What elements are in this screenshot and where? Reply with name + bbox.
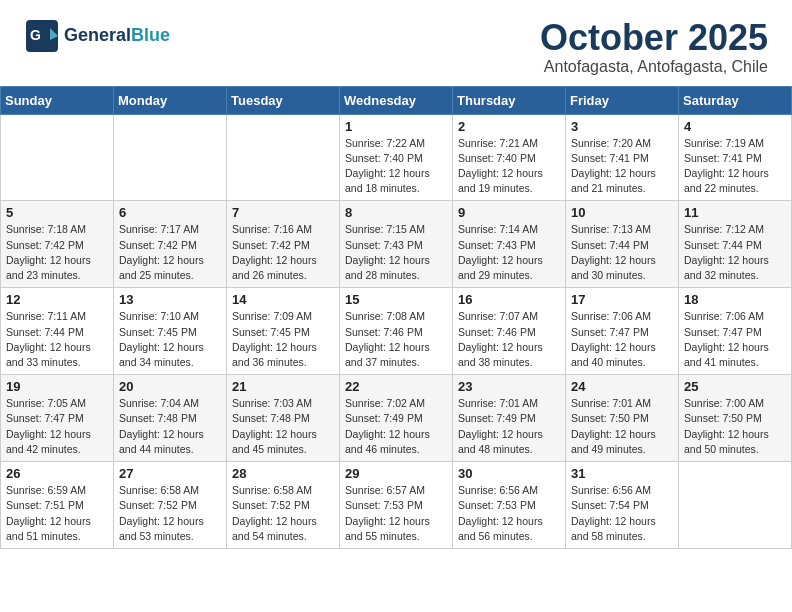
weekday-header-wednesday: Wednesday [340, 86, 453, 114]
logo: G GeneralBlue [24, 18, 170, 54]
calendar-week-row: 19Sunrise: 7:05 AMSunset: 7:47 PMDayligh… [1, 375, 792, 462]
calendar-cell: 4Sunrise: 7:19 AMSunset: 7:41 PMDaylight… [679, 114, 792, 201]
weekday-header-thursday: Thursday [453, 86, 566, 114]
calendar-cell: 1Sunrise: 7:22 AMSunset: 7:40 PMDaylight… [340, 114, 453, 201]
day-number: 20 [119, 379, 221, 394]
day-info: Sunrise: 7:02 AMSunset: 7:49 PMDaylight:… [345, 396, 447, 457]
day-number: 6 [119, 205, 221, 220]
calendar-week-row: 1Sunrise: 7:22 AMSunset: 7:40 PMDaylight… [1, 114, 792, 201]
day-info: Sunrise: 7:21 AMSunset: 7:40 PMDaylight:… [458, 136, 560, 197]
calendar-cell: 15Sunrise: 7:08 AMSunset: 7:46 PMDayligh… [340, 288, 453, 375]
calendar-week-row: 5Sunrise: 7:18 AMSunset: 7:42 PMDaylight… [1, 201, 792, 288]
day-info: Sunrise: 7:14 AMSunset: 7:43 PMDaylight:… [458, 222, 560, 283]
calendar-cell: 9Sunrise: 7:14 AMSunset: 7:43 PMDaylight… [453, 201, 566, 288]
day-number: 23 [458, 379, 560, 394]
day-info: Sunrise: 6:59 AMSunset: 7:51 PMDaylight:… [6, 483, 108, 544]
calendar-cell: 31Sunrise: 6:56 AMSunset: 7:54 PMDayligh… [566, 462, 679, 549]
day-info: Sunrise: 7:05 AMSunset: 7:47 PMDaylight:… [6, 396, 108, 457]
day-number: 12 [6, 292, 108, 307]
calendar-cell: 23Sunrise: 7:01 AMSunset: 7:49 PMDayligh… [453, 375, 566, 462]
weekday-header-monday: Monday [114, 86, 227, 114]
month-title: October 2025 [540, 18, 768, 58]
day-info: Sunrise: 7:16 AMSunset: 7:42 PMDaylight:… [232, 222, 334, 283]
location-title: Antofagasta, Antofagasta, Chile [540, 58, 768, 76]
day-info: Sunrise: 7:09 AMSunset: 7:45 PMDaylight:… [232, 309, 334, 370]
day-number: 15 [345, 292, 447, 307]
day-number: 19 [6, 379, 108, 394]
calendar-cell: 30Sunrise: 6:56 AMSunset: 7:53 PMDayligh… [453, 462, 566, 549]
day-info: Sunrise: 7:06 AMSunset: 7:47 PMDaylight:… [571, 309, 673, 370]
svg-text:G: G [30, 27, 41, 43]
weekday-header-friday: Friday [566, 86, 679, 114]
day-info: Sunrise: 7:00 AMSunset: 7:50 PMDaylight:… [684, 396, 786, 457]
day-info: Sunrise: 7:13 AMSunset: 7:44 PMDaylight:… [571, 222, 673, 283]
day-number: 4 [684, 119, 786, 134]
calendar-cell: 16Sunrise: 7:07 AMSunset: 7:46 PMDayligh… [453, 288, 566, 375]
day-info: Sunrise: 7:03 AMSunset: 7:48 PMDaylight:… [232, 396, 334, 457]
day-info: Sunrise: 7:04 AMSunset: 7:48 PMDaylight:… [119, 396, 221, 457]
day-number: 2 [458, 119, 560, 134]
calendar-cell: 8Sunrise: 7:15 AMSunset: 7:43 PMDaylight… [340, 201, 453, 288]
day-number: 17 [571, 292, 673, 307]
calendar-cell: 24Sunrise: 7:01 AMSunset: 7:50 PMDayligh… [566, 375, 679, 462]
day-info: Sunrise: 7:11 AMSunset: 7:44 PMDaylight:… [6, 309, 108, 370]
day-info: Sunrise: 6:57 AMSunset: 7:53 PMDaylight:… [345, 483, 447, 544]
calendar-cell: 2Sunrise: 7:21 AMSunset: 7:40 PMDaylight… [453, 114, 566, 201]
calendar-cell: 10Sunrise: 7:13 AMSunset: 7:44 PMDayligh… [566, 201, 679, 288]
day-number: 7 [232, 205, 334, 220]
day-number: 24 [571, 379, 673, 394]
day-number: 14 [232, 292, 334, 307]
day-info: Sunrise: 6:58 AMSunset: 7:52 PMDaylight:… [119, 483, 221, 544]
weekday-header-sunday: Sunday [1, 86, 114, 114]
calendar-cell: 20Sunrise: 7:04 AMSunset: 7:48 PMDayligh… [114, 375, 227, 462]
calendar-cell: 14Sunrise: 7:09 AMSunset: 7:45 PMDayligh… [227, 288, 340, 375]
calendar-week-row: 12Sunrise: 7:11 AMSunset: 7:44 PMDayligh… [1, 288, 792, 375]
day-info: Sunrise: 7:10 AMSunset: 7:45 PMDaylight:… [119, 309, 221, 370]
header: G GeneralBlue October 2025 Antofagasta, … [0, 0, 792, 86]
calendar-cell: 7Sunrise: 7:16 AMSunset: 7:42 PMDaylight… [227, 201, 340, 288]
calendar-cell: 27Sunrise: 6:58 AMSunset: 7:52 PMDayligh… [114, 462, 227, 549]
day-info: Sunrise: 6:56 AMSunset: 7:53 PMDaylight:… [458, 483, 560, 544]
calendar-cell: 12Sunrise: 7:11 AMSunset: 7:44 PMDayligh… [1, 288, 114, 375]
calendar-cell: 13Sunrise: 7:10 AMSunset: 7:45 PMDayligh… [114, 288, 227, 375]
calendar-table: SundayMondayTuesdayWednesdayThursdayFrid… [0, 86, 792, 549]
day-info: Sunrise: 6:58 AMSunset: 7:52 PMDaylight:… [232, 483, 334, 544]
calendar-cell: 25Sunrise: 7:00 AMSunset: 7:50 PMDayligh… [679, 375, 792, 462]
day-number: 27 [119, 466, 221, 481]
calendar-cell [114, 114, 227, 201]
day-info: Sunrise: 7:08 AMSunset: 7:46 PMDaylight:… [345, 309, 447, 370]
day-number: 22 [345, 379, 447, 394]
day-number: 13 [119, 292, 221, 307]
calendar-cell [227, 114, 340, 201]
day-info: Sunrise: 7:15 AMSunset: 7:43 PMDaylight:… [345, 222, 447, 283]
calendar-cell: 17Sunrise: 7:06 AMSunset: 7:47 PMDayligh… [566, 288, 679, 375]
calendar-cell: 28Sunrise: 6:58 AMSunset: 7:52 PMDayligh… [227, 462, 340, 549]
day-number: 28 [232, 466, 334, 481]
day-number: 30 [458, 466, 560, 481]
calendar-cell: 26Sunrise: 6:59 AMSunset: 7:51 PMDayligh… [1, 462, 114, 549]
day-info: Sunrise: 7:22 AMSunset: 7:40 PMDaylight:… [345, 136, 447, 197]
logo-text: GeneralBlue [64, 26, 170, 46]
day-info: Sunrise: 7:06 AMSunset: 7:47 PMDaylight:… [684, 309, 786, 370]
day-number: 11 [684, 205, 786, 220]
day-number: 5 [6, 205, 108, 220]
calendar-cell: 19Sunrise: 7:05 AMSunset: 7:47 PMDayligh… [1, 375, 114, 462]
day-info: Sunrise: 7:01 AMSunset: 7:50 PMDaylight:… [571, 396, 673, 457]
day-number: 1 [345, 119, 447, 134]
calendar-cell: 3Sunrise: 7:20 AMSunset: 7:41 PMDaylight… [566, 114, 679, 201]
calendar-cell: 29Sunrise: 6:57 AMSunset: 7:53 PMDayligh… [340, 462, 453, 549]
calendar-cell: 22Sunrise: 7:02 AMSunset: 7:49 PMDayligh… [340, 375, 453, 462]
day-number: 9 [458, 205, 560, 220]
calendar-cell: 18Sunrise: 7:06 AMSunset: 7:47 PMDayligh… [679, 288, 792, 375]
day-number: 8 [345, 205, 447, 220]
weekday-header-saturday: Saturday [679, 86, 792, 114]
day-number: 26 [6, 466, 108, 481]
calendar-cell: 5Sunrise: 7:18 AMSunset: 7:42 PMDaylight… [1, 201, 114, 288]
day-number: 31 [571, 466, 673, 481]
weekday-header-tuesday: Tuesday [227, 86, 340, 114]
calendar-week-row: 26Sunrise: 6:59 AMSunset: 7:51 PMDayligh… [1, 462, 792, 549]
day-info: Sunrise: 7:17 AMSunset: 7:42 PMDaylight:… [119, 222, 221, 283]
calendar-cell: 11Sunrise: 7:12 AMSunset: 7:44 PMDayligh… [679, 201, 792, 288]
title-area: October 2025 Antofagasta, Antofagasta, C… [540, 18, 768, 76]
day-number: 3 [571, 119, 673, 134]
